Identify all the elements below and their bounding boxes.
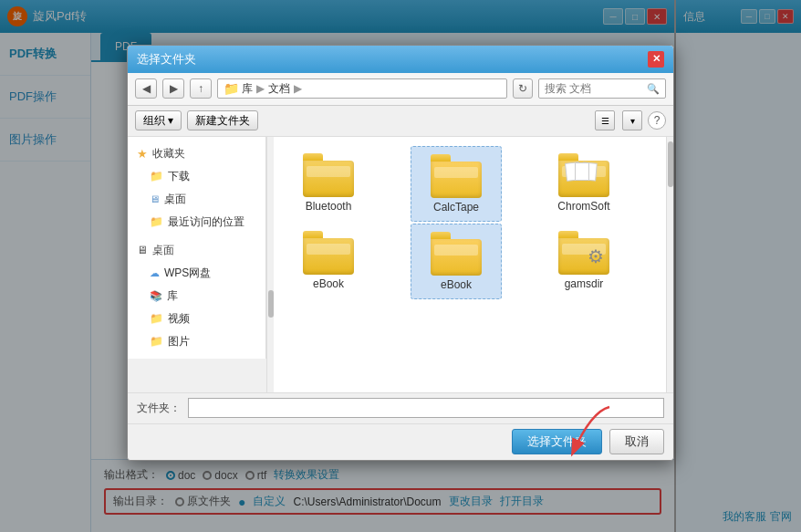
picture-label: 图片 — [168, 334, 190, 349]
file-label-chromsoft: ChromSoft — [557, 200, 609, 213]
search-icon: 🔍 — [647, 83, 660, 95]
view-down-button[interactable]: ▾ — [622, 110, 642, 130]
refresh-button[interactable]: ↻ — [513, 78, 533, 99]
library-label: 库 — [167, 288, 178, 304]
folder-icon-ebook1 — [303, 231, 354, 275]
file-label-bluetooth: Bluetooth — [306, 200, 352, 213]
nav-panel-wrapper: ★ 收藏夹 📁 下载 🖥 桌面 📁 最近访问的位置 — [128, 137, 274, 392]
video-folder-icon: 📁 — [150, 312, 163, 325]
back-button[interactable]: ◀ — [135, 78, 157, 99]
file-panel: Bluetooth CalcTape — [274, 137, 673, 392]
dialog-close-button[interactable]: ✕ — [648, 51, 664, 68]
nav-scrollbar[interactable] — [266, 137, 274, 392]
breadcrumb-sep-1: ▶ — [256, 82, 265, 95]
breadcrumb-sep-2: ▶ — [294, 82, 302, 95]
desktop-icon: 🖥 — [150, 193, 160, 204]
view-toggle-button[interactable]: ☰ — [595, 110, 615, 130]
forward-button[interactable]: ▶ — [162, 78, 184, 99]
download-label: 下载 — [168, 169, 190, 184]
file-label-gamsdir: gamsdir — [565, 277, 604, 290]
list-item[interactable]: CalcTape — [411, 146, 502, 222]
search-box: 🔍 — [538, 78, 666, 99]
cancel-button[interactable]: 取消 — [609, 429, 664, 454]
library-icon: 📚 — [150, 290, 162, 302]
dialog-titlebar: 选择文件夹 ✕ — [128, 46, 673, 73]
list-item[interactable]: eBook — [283, 224, 374, 299]
nav-panel: ★ 收藏夹 📁 下载 🖥 桌面 📁 最近访问的位置 — [128, 137, 266, 359]
nav-item-picture[interactable]: 📁 图片 — [128, 330, 265, 353]
help-button[interactable]: ? — [648, 111, 666, 130]
nav-item-wps[interactable]: ☁ WPS网盘 — [128, 262, 265, 285]
cloud-icon: ☁ — [150, 267, 160, 279]
list-item[interactable]: ⚙ gamsdir — [538, 224, 629, 299]
select-folder-button[interactable]: 选择文件夹 — [512, 429, 602, 454]
wps-label: WPS网盘 — [164, 266, 211, 281]
dialog-actions-bar: 组织 ▾ 新建文件夹 ☰ ▾ ? — [128, 106, 673, 137]
favorites-section[interactable]: ★ 收藏夹 — [128, 142, 265, 165]
dialog-body: ★ 收藏夹 📁 下载 🖥 桌面 📁 最近访问的位置 — [128, 137, 673, 392]
file-label-ebook1: eBook — [313, 277, 344, 290]
list-item[interactable]: eBook — [411, 224, 502, 299]
nav-item-video[interactable]: 📁 视频 — [128, 308, 265, 330]
nav-item-library[interactable]: 📚 库 — [128, 285, 265, 308]
file-panel-scrollbar[interactable] — [666, 137, 673, 392]
recent-folder-icon: 📁 — [150, 215, 163, 228]
list-item[interactable]: Bluetooth — [283, 146, 374, 222]
new-folder-button[interactable]: 新建文件夹 — [187, 110, 258, 130]
favorites-label: 收藏夹 — [152, 146, 185, 162]
file-grid: Bluetooth CalcTape — [274, 137, 673, 308]
nav-item-recent[interactable]: 📁 最近访问的位置 — [128, 211, 265, 234]
organize-button[interactable]: 组织 ▾ — [135, 110, 182, 130]
file-chooser-dialog: 选择文件夹 ✕ ◀ ▶ ↑ 📁 库 ▶ 文档 ▶ ↻ 🔍 — [127, 45, 674, 461]
monitor-icon: 🖥 — [137, 244, 148, 256]
breadcrumb-item-2[interactable]: 文档 — [268, 81, 290, 97]
nav-item-desktop[interactable]: 🖥 桌面 — [128, 188, 265, 211]
filename-input[interactable] — [188, 398, 664, 418]
nav-item-download[interactable]: 📁 下载 — [128, 165, 265, 188]
desktop-main-section[interactable]: 🖥 桌面 — [128, 239, 265, 262]
dialog-toolbar: ◀ ▶ ↑ 📁 库 ▶ 文档 ▶ ↻ 🔍 — [128, 73, 673, 106]
video-label: 视频 — [168, 311, 190, 327]
folder-icon-chromsoft — [558, 153, 609, 197]
breadcrumb: 📁 库 ▶ 文档 ▶ — [217, 78, 507, 99]
download-folder-icon: 📁 — [150, 170, 163, 183]
file-panel-scrollbar-thumb — [668, 141, 673, 187]
desktop-label: 桌面 — [164, 192, 186, 207]
search-input[interactable] — [545, 82, 636, 95]
up-button[interactable]: ↑ — [190, 78, 212, 99]
picture-folder-icon: 📁 — [150, 335, 163, 348]
folder-icon-gamsdir: ⚙ — [558, 231, 609, 275]
filename-label: 文件夹： — [137, 401, 181, 416]
gear-icon: ⚙ — [588, 245, 604, 267]
dialog-bottom-bar: 选择文件夹 取消 — [128, 423, 673, 460]
dialog-filename-bar: 文件夹： — [128, 392, 673, 423]
list-item[interactable]: ChromSoft — [538, 146, 629, 222]
dialog-overlay: 选择文件夹 ✕ ◀ ▶ ↑ 📁 库 ▶ 文档 ▶ ↻ 🔍 — [0, 0, 801, 532]
breadcrumb-item-1[interactable]: 📁 库 — [224, 81, 253, 97]
desktop-main-label: 桌面 — [152, 243, 174, 258]
folder-icon-calctape — [431, 154, 482, 198]
file-label-ebook2: eBook — [441, 278, 472, 291]
recent-label: 最近访问的位置 — [168, 214, 244, 230]
folder-icon-ebook2 — [431, 232, 482, 276]
star-icon: ★ — [137, 147, 148, 161]
dialog-title: 选择文件夹 — [137, 51, 196, 68]
file-label-calctape: CalcTape — [433, 201, 479, 214]
folder-icon-bluetooth — [303, 153, 354, 197]
